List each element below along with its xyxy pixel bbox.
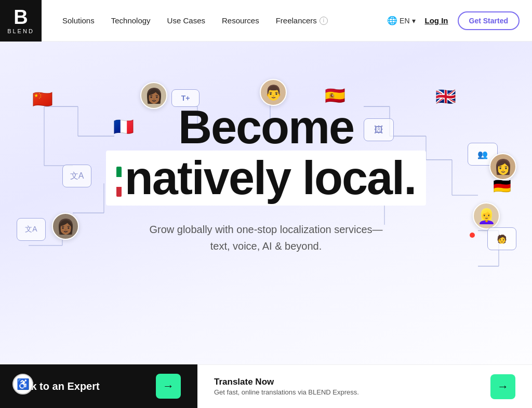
german-flag: 🇩🇪	[493, 179, 511, 194]
lang-label: EN	[400, 17, 409, 25]
logo[interactable]: B BLEND	[0, 0, 42, 42]
avatar-person3: 👩	[489, 153, 516, 180]
hero-title-box: natively local.	[106, 151, 426, 206]
uk-flag: 🇬🇧	[435, 88, 456, 105]
globe-icon: 🌐	[387, 16, 397, 25]
subtitle-line2: text, voice, AI & beyond.	[210, 240, 322, 252]
nav-right: 🌐 EN ▾ Log In Get Started	[387, 11, 520, 30]
language-selector[interactable]: 🌐 EN ▾	[387, 16, 415, 25]
nav-technology[interactable]: Technology	[111, 16, 151, 25]
translate-content: Translate Now Get fast, online translati…	[214, 377, 359, 396]
nav-use-cases[interactable]: Use Cases	[167, 16, 205, 25]
cta-row: ♿ Talk to an Expert → Translate Now Get …	[0, 364, 532, 408]
avatar-person4: 👱‍♀️	[473, 202, 500, 229]
translate-now-button[interactable]: Translate Now Get fast, online translati…	[197, 364, 532, 408]
hero-subtitle: Grow globally with one-stop localization…	[149, 221, 382, 254]
red-dot	[470, 233, 475, 238]
chevron-down-icon: ▾	[412, 17, 416, 25]
hero-title-text2: natively local.	[125, 152, 416, 204]
login-button[interactable]: Log In	[425, 16, 448, 25]
logo-name: BLEND	[7, 28, 34, 34]
accessibility-icon: ♿	[17, 378, 30, 390]
nav-freelancers[interactable]: Freelancers	[276, 16, 317, 25]
chinese-flag: 🇨🇳	[32, 91, 53, 107]
accessibility-button[interactable]: ♿	[12, 374, 33, 395]
hero-content: Become natively local. Grow globally wit…	[106, 104, 426, 254]
navbar: B BLEND Solutions Technology Use Cases R…	[0, 0, 532, 42]
italian-flag-decor	[116, 167, 122, 197]
nav-solutions[interactable]: Solutions	[62, 16, 95, 25]
nav-freelancers-wrap: Freelancers i	[276, 16, 328, 25]
translate-title: Translate Now	[214, 377, 359, 387]
avatar-person5: 👩🏾	[52, 213, 79, 240]
hero-title-line1: Become	[178, 104, 354, 151]
hero-title-line2: natively local.	[106, 151, 426, 206]
hero-section: 🇨🇳 🇫🇷 👩🏾 T+ 🇪🇸 👨 🇬🇧 🖼 👥 👩 文A B|	[0, 42, 532, 408]
info-icon[interactable]: i	[320, 17, 328, 25]
translate-icon-bottom-left: 文A	[17, 218, 46, 241]
subtitle-line1: Grow globally with one-stop localization…	[149, 224, 382, 235]
expert-arrow-icon: →	[156, 374, 181, 399]
logo-letter: B	[14, 7, 28, 27]
get-started-button[interactable]: Get Started	[458, 11, 520, 30]
nav-resources[interactable]: Resources	[222, 16, 259, 25]
translate-icon-left: 文A	[62, 165, 91, 187]
translate-arrow-icon: →	[490, 374, 515, 399]
person-icon-right: 🧑	[487, 227, 516, 250]
translate-sub: Get fast, online translations via BLEND …	[214, 388, 359, 396]
nav-links: Solutions Technology Use Cases Resources…	[62, 16, 387, 25]
